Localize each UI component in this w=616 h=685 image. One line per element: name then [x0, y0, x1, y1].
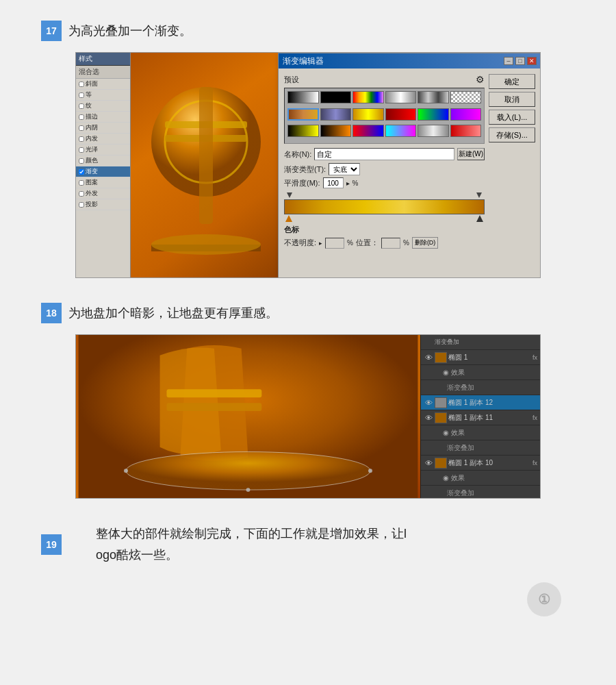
minimize-btn[interactable]: – [504, 57, 513, 65]
step17-text: 为高光叠加一个渐变。 [68, 23, 192, 39]
layer-copy12-label: 椭圆 1 副本 12 [448, 398, 537, 408]
ge-left-panel: 预设 ⚙ [284, 74, 485, 256]
preset-rainbow[interactable] [352, 91, 384, 103]
close-btn[interactable]: ✕ [527, 57, 537, 65]
eye-icon-copy12[interactable]: 👁 [424, 399, 433, 407]
opacity-input[interactable] [325, 238, 344, 249]
preset-transparent[interactable] [450, 91, 482, 103]
ge-titlebar-controls: – □ ✕ [504, 57, 537, 65]
preset-greenblue[interactable] [418, 108, 449, 121]
svg-point-13 [368, 469, 372, 473]
step19-block: 19 整体大的部件就绘制完成，下面的工作就是增加效果，让l ogo酷炫一些。 [41, 523, 575, 565]
step19-number: 19 [41, 534, 62, 555]
step19-heading: 19 整体大的部件就绘制完成，下面的工作就是增加效果，让l ogo酷炫一些。 [41, 523, 575, 565]
step17-block: 17 为高光叠加一个渐变。 样式 混合选 斜面 等 纹 描边 内阴 [41, 21, 575, 278]
preset-cyan-mag[interactable] [385, 125, 417, 137]
step17-screenshot: 样式 混合选 斜面 等 纹 描边 内阴 内发 光泽 颜色 渐变 图案 外发 [41, 52, 575, 278]
eye-icon-copy10[interactable]: 👁 [424, 459, 433, 467]
layer-row-gradoverlay1: 渐变叠加 [421, 380, 540, 395]
eye-icon-ellipse1[interactable]: 👁 [424, 353, 433, 362]
纹-checkbox[interactable] [79, 103, 84, 109]
preset-violet[interactable] [450, 108, 482, 121]
描边-checkbox[interactable] [79, 114, 84, 120]
top-arrow-left [287, 192, 292, 198]
canvas-18-svg [76, 335, 420, 498]
图案-checkbox[interactable] [79, 180, 84, 186]
step19-text-block: 整体大的部件就绘制完成，下面的工作就是增加效果，让l ogo酷炫一些。 [96, 523, 407, 565]
watermark-symbol: ① [527, 582, 561, 616]
layer-thumb-ellipse1 [435, 352, 447, 363]
preset-red[interactable] [385, 108, 417, 121]
layer-row-ellipse-copy11: 👁 椭圆 1 副本 11 fx [421, 410, 540, 425]
光泽-checkbox[interactable] [79, 147, 84, 153]
ge-titlebar: 渐变编辑器 – □ ✕ [279, 53, 541, 68]
ge-gradient-bar[interactable] [284, 199, 485, 214]
ge-cancel-btn[interactable]: 取消 [489, 92, 535, 107]
ge-body: 预设 ⚙ [279, 68, 541, 261]
preset-rb[interactable] [352, 125, 384, 137]
ge-smooth-input[interactable] [323, 177, 344, 188]
layer-copy11-label: 椭圆 1 副本 11 [448, 413, 531, 423]
preset-orange[interactable] [320, 125, 352, 137]
restore-btn[interactable]: □ [515, 57, 525, 65]
layer-thumb-copy11 [435, 412, 447, 423]
preset-steel[interactable] [320, 108, 352, 121]
step19-line2: ogo酷炫一些。 [96, 545, 407, 566]
preset-metal[interactable] [385, 91, 417, 103]
preset-bw[interactable] [287, 91, 319, 103]
step18-text: 为地盘加个暗影，让地盘更有厚重感。 [68, 305, 278, 321]
bottom-arrow-left[interactable] [285, 215, 292, 222]
ge-load-btn[interactable]: 载入(L)... [489, 110, 535, 125]
opacity-arrow[interactable]: ▸ [319, 240, 322, 247]
smooth-arrow[interactable]: ▸ [346, 179, 350, 187]
preset-copper[interactable] [287, 108, 319, 121]
内发-checkbox[interactable] [79, 136, 84, 142]
layer-row-ellipse-copy12[interactable]: 👁 椭圆 1 副本 12 [421, 395, 540, 410]
ge-gradient-preview-wrapper [284, 192, 485, 222]
gear-icon[interactable]: ⚙ [476, 74, 485, 85]
style-item-投影: 投影 [76, 199, 130, 210]
style-item-光泽: 光泽 [76, 145, 130, 155]
step18-layout: 渐变叠加 👁 椭圆 1 fx ◉ 效果 渐变叠加 [75, 334, 541, 499]
preset-yellow[interactable] [287, 125, 319, 137]
preset-gray-silver[interactable] [418, 125, 449, 137]
ge-confirm-btn[interactable]: 确定 [489, 74, 535, 89]
eye-icon-copy11[interactable]: 👁 [424, 414, 433, 422]
斜面-checkbox[interactable] [79, 82, 84, 87]
step19-line1: 整体大的部件就绘制完成，下面的工作就是增加效果，让l [96, 523, 407, 545]
location-input[interactable] [381, 238, 400, 249]
top-arrow-spacer [292, 192, 476, 198]
step17-number: 17 [41, 21, 62, 41]
svg-rect-7 [167, 389, 262, 397]
preset-gold[interactable] [352, 108, 384, 121]
ge-save-btn[interactable]: 存储(S)... [489, 127, 535, 142]
渐变-checkbox[interactable] [79, 169, 84, 175]
fx-icon-copy11: fx [532, 414, 537, 421]
等-checkbox[interactable] [79, 92, 84, 98]
style-item-纹: 纹 [76, 101, 130, 112]
preset-black[interactable] [320, 91, 352, 103]
step18-screenshot: 渐变叠加 👁 椭圆 1 fx ◉ 效果 渐变叠加 [41, 334, 575, 499]
ge-name-row: 名称(N): 新建(W) [284, 148, 485, 160]
投影-checkbox[interactable] [79, 202, 84, 208]
ge-name-input[interactable] [314, 148, 454, 160]
step18-heading: 18 为地盘加个暗影，让地盘更有厚重感。 [41, 303, 575, 323]
bottom-watermark: ① [41, 579, 575, 620]
bottom-arrow-right[interactable] [476, 215, 483, 222]
style-item-图案: 图案 [76, 177, 130, 188]
delete-btn[interactable]: 删除(D) [412, 237, 439, 249]
step17-heading: 17 为高光叠加一个渐变。 [41, 21, 575, 41]
preset-chrome[interactable] [418, 91, 449, 103]
svg-point-12 [124, 469, 128, 473]
ge-new-btn[interactable]: 新建(W) [457, 148, 485, 160]
颜色-checkbox[interactable] [79, 158, 84, 164]
style-item-斜面: 斜面 [76, 79, 130, 90]
外发-checkbox[interactable] [79, 191, 84, 197]
layer-row-gradoverlay10: 渐变叠加 [421, 486, 540, 499]
ps-style-panel: 样式 混合选 斜面 等 纹 描边 内阴 内发 光泽 颜色 渐变 图案 外发 [76, 53, 131, 278]
ge-colorstop-section: 色标 不透明度: ▸ % 位置： % 删除(D) [284, 225, 485, 256]
内阴-checkbox[interactable] [79, 125, 84, 131]
ge-type-select[interactable]: 实底 [329, 163, 360, 175]
step18-block: 18 为地盘加个暗影，让地盘更有厚重感。 [41, 303, 575, 499]
preset-red-pink[interactable] [450, 125, 482, 137]
